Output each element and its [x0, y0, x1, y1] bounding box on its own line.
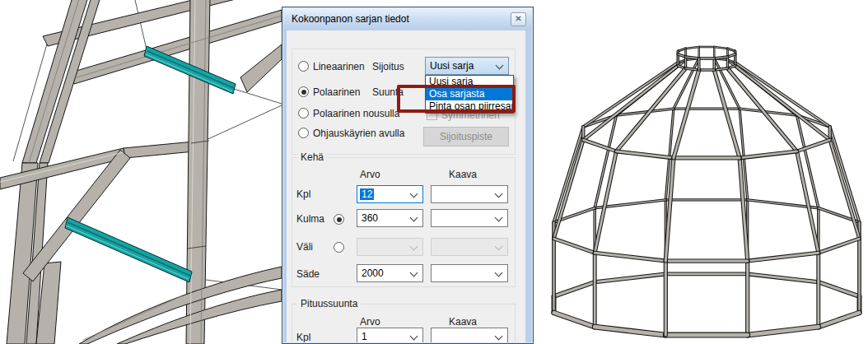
chevron-down-icon	[495, 332, 503, 341]
panel-edge-line	[234, 89, 282, 104]
radio-vali[interactable]	[334, 242, 344, 253]
kulma-label: Kulma	[296, 213, 324, 225]
pituus-column-kaava: Kaava	[449, 316, 477, 328]
pituus-kpl-label: Kpl	[296, 332, 310, 342]
chevron-down-icon	[495, 214, 503, 222]
chevron-down-icon	[496, 62, 504, 70]
kpl-arvo-combobox[interactable]: 12	[357, 185, 423, 203]
annotation-highlight-box	[397, 85, 516, 113]
sade-arvo-value: 2000	[362, 267, 384, 279]
sade-kaava-combobox[interactable]	[431, 264, 508, 282]
keha-column-arvo: Arvo	[360, 169, 380, 180]
radio-polaarinen[interactable]	[298, 86, 309, 97]
closeup-frame-drawing	[0, 0, 282, 344]
beam	[240, 44, 282, 92]
dialog-title: Kokoonpanon sarjan tiedot	[292, 8, 409, 30]
vali-kaava-combobox	[431, 238, 508, 256]
beam	[124, 142, 194, 158]
chevron-down-icon	[495, 243, 503, 251]
sijoituspiste-button: Sijoituspiste	[423, 127, 509, 146]
dialog-body: Lineaarinen Sijoitus Polaarinen Suunta P…	[287, 30, 525, 342]
pituus-kpl-arvo-value: 1	[362, 331, 367, 342]
keha-group-title: Kehä	[297, 151, 327, 163]
vali-arvo-combobox	[357, 238, 423, 256]
kulma-kaava-combobox[interactable]	[431, 209, 508, 227]
radio-lineaarinen-label: Lineaarinen	[313, 61, 365, 72]
radio-ohjauskayrien-avulla[interactable]	[298, 128, 309, 138]
radio-ohjauskayrien-avulla-label: Ohjauskäyrien avulla	[313, 128, 404, 139]
radio-polaarinen-label: Polaarinen	[313, 86, 360, 98]
vali-label: Väli	[296, 241, 313, 253]
radio-polaarinen-nousulla[interactable]	[298, 108, 309, 119]
chevron-down-icon	[410, 269, 418, 277]
sijoitus-combobox[interactable]: Uusi sarja	[425, 57, 509, 75]
chevron-down-icon	[495, 190, 503, 198]
kpl-kaava-combobox[interactable]	[431, 185, 508, 203]
chevron-down-icon	[410, 190, 418, 198]
sijoitus-combobox-value: Uusi sarja	[430, 60, 474, 72]
model-view-dome[interactable]	[534, 0, 868, 344]
panel-edge-line	[203, 105, 282, 142]
chevron-down-icon	[410, 243, 418, 251]
beam-edge-shade	[83, 296, 181, 340]
dialog-titlebar[interactable]: Kokoonpanon sarjan tiedot ✕	[283, 8, 532, 30]
sade-label: Säde	[296, 268, 320, 280]
sijoitus-label: Sijoitus	[372, 61, 404, 72]
pituus-column-arvo: Arvo	[360, 316, 380, 328]
kpl-arvo-value: 12	[360, 188, 374, 200]
model-view-closeup[interactable]	[0, 0, 282, 344]
close-icon: ✕	[515, 14, 521, 23]
panel-edge-line	[135, 0, 147, 49]
application-window: Kokoonpanon sarjan tiedot ✕ Lineaarinen …	[0, 0, 868, 344]
pituus-kpl-kaava-combobox[interactable]	[431, 328, 508, 342]
close-button[interactable]: ✕	[511, 12, 526, 26]
chevron-down-icon	[410, 332, 418, 341]
dome-model	[534, 0, 868, 344]
radio-lineaarinen[interactable]	[298, 61, 309, 72]
chevron-down-icon	[410, 214, 418, 222]
kulma-arvo-combobox[interactable]: 360	[357, 209, 423, 227]
pituus-kpl-arvo-combobox[interactable]: 1	[357, 328, 423, 342]
kpl-label: Kpl	[296, 188, 310, 200]
pituussuunta-group-title: Pituussuunta	[297, 298, 361, 309]
sade-arvo-combobox[interactable]: 2000	[357, 264, 423, 282]
keha-column-kaava: Kaava	[449, 169, 477, 180]
chevron-down-icon	[495, 269, 503, 277]
assembly-series-dialog: Kokoonpanon sarjan tiedot ✕ Lineaarinen …	[282, 7, 534, 344]
radio-polaarinen-nousulla-label: Polaarinen nousulla	[313, 108, 399, 119]
highlighted-beam-lower[interactable]	[65, 217, 192, 282]
radio-kulma[interactable]	[334, 214, 344, 225]
kulma-arvo-value: 360	[362, 212, 378, 224]
